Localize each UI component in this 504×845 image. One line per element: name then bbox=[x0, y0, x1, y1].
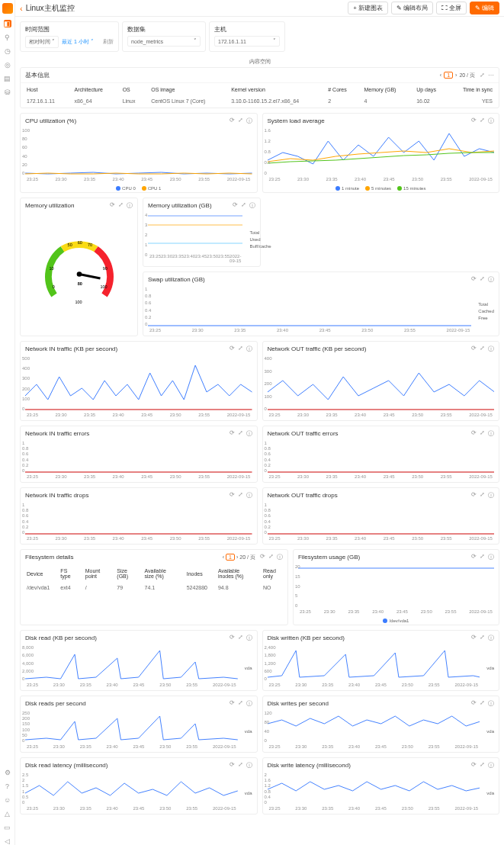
panel-swap: Swap utilization (GB)⟳⤢ⓘ 10.80.60.40.20 … bbox=[143, 271, 499, 336]
chart-disk-reads-ps: 25020015010050023:2523:3023:3523:4023:45… bbox=[21, 711, 242, 752]
refresh-icon[interactable]: ⟳ bbox=[471, 345, 477, 353]
back-icon[interactable]: ‹ bbox=[20, 4, 23, 13]
panel-title: Disk writes per second bbox=[268, 700, 472, 707]
more-icon[interactable]: ⓘ bbox=[246, 699, 252, 708]
svg-line-0 bbox=[79, 275, 101, 279]
refresh-icon[interactable]: ⟳ bbox=[110, 201, 115, 210]
more-icon[interactable]: ⓘ bbox=[246, 491, 252, 500]
panel-cpu: CPU utilization (%)⟳⤢ⓘ 100806040200 23:2… bbox=[20, 113, 258, 193]
expand-icon[interactable]: ⤢ bbox=[238, 699, 243, 708]
nav-gear-icon[interactable]: ⚙ bbox=[4, 769, 11, 776]
more-icon[interactable]: ⓘ bbox=[488, 491, 494, 500]
sidebar: ◧ ⚲ ◷ ◎ ▤ ⛁ ⚙ ? ☺ △ ▭ ◁ bbox=[0, 0, 15, 845]
refresh-icon[interactable]: ⟳ bbox=[471, 553, 477, 561]
more-icon[interactable]: ⓘ bbox=[277, 553, 283, 561]
refresh-icon[interactable]: ⟳ bbox=[230, 491, 235, 500]
tabbar[interactable]: 内容空间 bbox=[15, 56, 504, 67]
refresh-icon[interactable]: ⟳ bbox=[471, 699, 477, 708]
dataset-select[interactable]: node_metrics ˅ bbox=[127, 36, 201, 47]
table-row: 172.16.1.11x86_64LinuxCentOS Linux 7 (Co… bbox=[22, 96, 497, 106]
edit-layout-button[interactable]: ✎ 编辑布局 bbox=[391, 2, 433, 14]
expand-icon[interactable]: ⤢ bbox=[480, 345, 485, 353]
more-icon[interactable]: ⓘ bbox=[246, 429, 252, 438]
fs-pager[interactable]: ‹ 1 › 20 / 页 bbox=[223, 554, 255, 561]
more-icon[interactable]: ⋯ bbox=[488, 72, 494, 79]
nav-doc-icon[interactable]: ▭ bbox=[4, 824, 11, 831]
more-icon[interactable]: ⓘ bbox=[488, 117, 494, 125]
refresh-icon[interactable]: ⟳ bbox=[230, 429, 235, 438]
refresh-icon[interactable]: ⟳ bbox=[230, 117, 235, 125]
time-relative-select[interactable]: 相对时间 ˅ bbox=[25, 36, 59, 48]
more-icon[interactable]: ⓘ bbox=[488, 345, 494, 353]
nav-collapse-icon[interactable]: ◁ bbox=[4, 837, 11, 845]
more-icon[interactable]: ⓘ bbox=[246, 117, 252, 125]
expand-icon[interactable]: ⤢ bbox=[238, 345, 243, 353]
refresh-icon[interactable]: ⟳ bbox=[471, 429, 477, 438]
more-icon[interactable]: ⓘ bbox=[488, 761, 494, 769]
refresh-icon[interactable]: ⟳ bbox=[233, 201, 238, 210]
edit-button[interactable]: ✎ 编辑 bbox=[470, 2, 499, 14]
basic-info-title: 基本信息 bbox=[25, 71, 440, 79]
refresh-icon[interactable]: ⟳ bbox=[230, 699, 235, 708]
nav-dashboard-icon[interactable]: ◧ bbox=[4, 20, 11, 27]
more-icon[interactable]: ⓘ bbox=[488, 275, 494, 284]
expand-icon[interactable]: ⤢ bbox=[268, 553, 274, 561]
nav-user-icon[interactable]: ☺ bbox=[4, 796, 11, 804]
fullscreen-button[interactable]: ⛶ 全屏 bbox=[436, 2, 467, 14]
panel-title: Disk write latency (millisecond) bbox=[268, 762, 472, 769]
edit-label: 编辑 bbox=[482, 4, 494, 12]
panel-mem-gb: Memory utilization (GB)⟳⤢ⓘ 43210 23:2523… bbox=[143, 198, 261, 267]
refresh-icon[interactable]: ⟳ bbox=[230, 634, 235, 642]
time-recent-link[interactable]: 最近 1 小时 ˅ bbox=[62, 38, 94, 46]
refresh-icon[interactable]: ⟳ bbox=[471, 761, 477, 769]
panel-mem-gauge: Memory utilization⟳⤢ⓘ 0 10 50 60 bbox=[20, 198, 138, 336]
refresh-icon[interactable]: ⟳ bbox=[230, 761, 235, 769]
refresh-icon[interactable]: ⟳ bbox=[471, 634, 477, 642]
panel-title: Memory utilization bbox=[25, 202, 110, 209]
refresh-icon[interactable]: ⟳ bbox=[471, 117, 477, 125]
more-icon[interactable]: ⓘ bbox=[246, 761, 252, 769]
expand-icon[interactable]: ⤢ bbox=[480, 72, 485, 79]
expand-icon[interactable]: ⤢ bbox=[480, 761, 485, 769]
expand-icon[interactable]: ⤢ bbox=[238, 761, 243, 769]
refresh-icon[interactable]: ⟳ bbox=[230, 345, 235, 353]
host-select[interactable]: 172.16.1.11 ˅ bbox=[214, 36, 280, 47]
logo-icon[interactable] bbox=[2, 3, 13, 14]
more-icon[interactable]: ⓘ bbox=[488, 699, 494, 708]
expand-icon[interactable]: ⤢ bbox=[241, 201, 246, 210]
more-icon[interactable]: ⓘ bbox=[246, 345, 252, 353]
more-icon[interactable]: ⓘ bbox=[246, 634, 252, 642]
chart-load: 1.61.20.80.40 23:2523:3023:3523:4023:452… bbox=[263, 128, 499, 185]
expand-icon[interactable]: ⤢ bbox=[238, 491, 243, 500]
refresh-icon[interactable]: ⟳ bbox=[471, 275, 477, 284]
expand-icon[interactable]: ⤢ bbox=[480, 275, 485, 284]
expand-icon[interactable]: ⤢ bbox=[480, 553, 485, 561]
more-icon[interactable]: ⓘ bbox=[127, 201, 133, 210]
expand-icon[interactable]: ⤢ bbox=[480, 429, 485, 438]
refresh-icon[interactable]: ⟳ bbox=[471, 491, 477, 500]
expand-icon[interactable]: ⤢ bbox=[480, 699, 485, 708]
basic-info-pager[interactable]: ‹ 1 › 20 / 页 bbox=[440, 72, 475, 79]
nav-bell-icon[interactable]: △ bbox=[4, 810, 11, 818]
time-refresh-link[interactable]: 刷新 bbox=[103, 38, 114, 46]
expand-icon[interactable]: ⤢ bbox=[480, 117, 485, 125]
expand-icon[interactable]: ⤢ bbox=[480, 634, 485, 642]
expand-icon[interactable]: ⤢ bbox=[238, 634, 243, 642]
more-icon[interactable]: ⓘ bbox=[488, 429, 494, 438]
expand-icon[interactable]: ⤢ bbox=[480, 491, 485, 500]
nav-help-icon[interactable]: ? bbox=[4, 782, 11, 790]
more-icon[interactable]: ⓘ bbox=[249, 201, 255, 210]
expand-icon[interactable]: ⤢ bbox=[238, 117, 243, 125]
nav-target-icon[interactable]: ◎ bbox=[4, 61, 11, 69]
refresh-icon[interactable]: ⟳ bbox=[260, 553, 265, 561]
more-icon[interactable]: ⓘ bbox=[488, 634, 494, 642]
nav-clock-icon[interactable]: ◷ bbox=[4, 47, 11, 55]
panel-title: System load average bbox=[268, 117, 472, 124]
expand-icon[interactable]: ⤢ bbox=[238, 429, 243, 438]
expand-icon[interactable]: ⤢ bbox=[118, 201, 124, 210]
nav-magnify-icon[interactable]: ⚲ bbox=[4, 34, 11, 41]
new-chart-button[interactable]: + 新建图表 bbox=[348, 2, 388, 14]
more-icon[interactable]: ⓘ bbox=[488, 553, 494, 561]
nav-layers-icon[interactable]: ▤ bbox=[4, 75, 11, 82]
nav-db-icon[interactable]: ⛁ bbox=[4, 88, 11, 96]
